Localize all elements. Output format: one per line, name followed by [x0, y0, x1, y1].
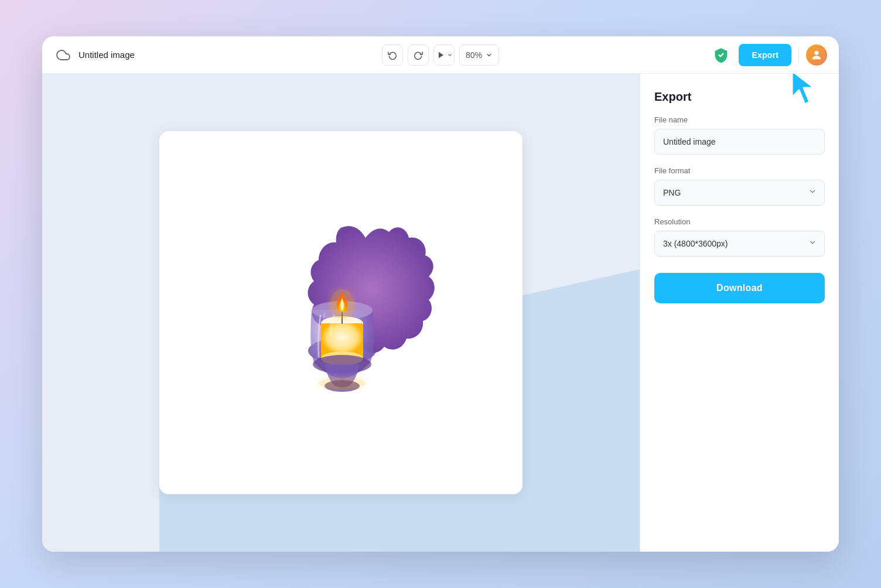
document-title: Untitled image [78, 50, 135, 60]
canvas-area [42, 74, 640, 552]
header-center-toolbar: 80% [382, 45, 499, 66]
header-divider [798, 47, 799, 63]
redo-button[interactable] [408, 45, 429, 66]
canvas-card [159, 131, 523, 494]
header: Untitled image [42, 36, 839, 74]
export-panel-title: Export [654, 90, 825, 104]
file-name-label: File name [654, 115, 825, 124]
file-format-select[interactable]: PNG JPG SVG PDF WebP [654, 180, 825, 206]
avatar[interactable] [806, 45, 827, 66]
file-name-group: File name [654, 115, 825, 155]
export-panel: Export File name File format PNG JPG SVG… [640, 74, 839, 552]
download-button[interactable]: Download [654, 273, 825, 303]
app-window: Untitled image [42, 36, 839, 552]
file-format-label: File format [654, 166, 825, 175]
cloud-icon [54, 46, 73, 64]
zoom-control[interactable]: 80% [459, 45, 499, 66]
svg-marker-0 [438, 52, 443, 58]
resolution-select-wrapper: 1x (1600*1200px) 2x (3200*2400px) 3x (48… [654, 231, 825, 257]
play-button[interactable] [433, 45, 455, 66]
resolution-select[interactable]: 1x (1600*1200px) 2x (3200*2400px) 3x (48… [654, 231, 825, 257]
file-name-input[interactable] [654, 129, 825, 155]
main-content: Export File name File format PNG JPG SVG… [42, 74, 839, 552]
header-right: Export [711, 44, 827, 66]
resolution-label: Resolution [654, 217, 825, 226]
undo-button[interactable] [382, 45, 403, 66]
candle-illustration [235, 207, 446, 418]
export-button[interactable]: Export [739, 44, 791, 66]
file-format-select-wrapper: PNG JPG SVG PDF WebP [654, 180, 825, 206]
header-left: Untitled image [54, 46, 704, 64]
zoom-value: 80% [466, 50, 482, 60]
file-format-group: File format PNG JPG SVG PDF WebP [654, 166, 825, 206]
resolution-group: Resolution 1x (1600*1200px) 2x (3200*240… [654, 217, 825, 257]
svg-point-11 [319, 377, 366, 389]
svg-point-1 [814, 50, 818, 54]
shield-icon[interactable] [711, 45, 732, 66]
